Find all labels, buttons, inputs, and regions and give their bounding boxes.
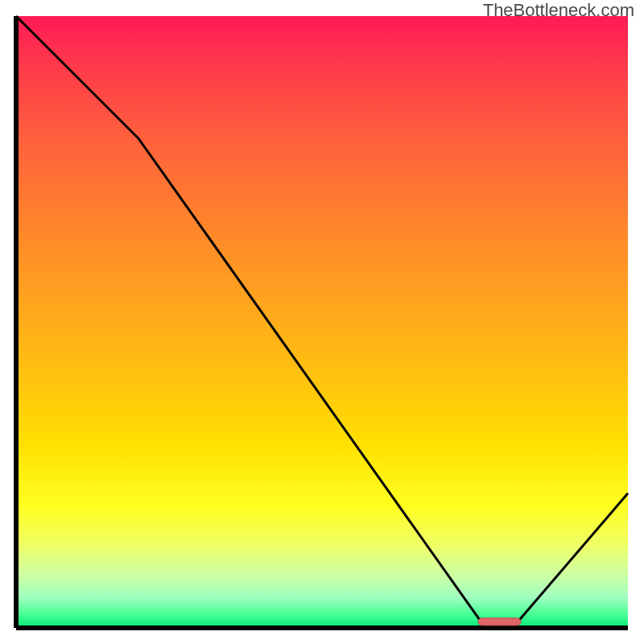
watermark-text: TheBottleneck.com bbox=[483, 0, 634, 21]
curve-line bbox=[16, 16, 628, 621]
chart-svg bbox=[16, 16, 628, 628]
chart-container: TheBottleneck.com bbox=[0, 0, 644, 644]
optimal-marker bbox=[478, 618, 521, 625]
